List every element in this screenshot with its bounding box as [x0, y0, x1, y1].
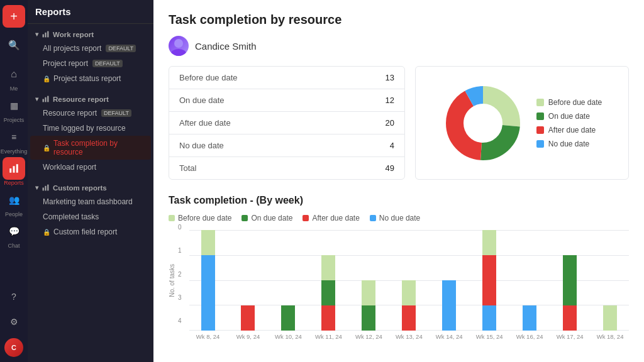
rail-projects[interactable]: ▦ Projects [3, 94, 25, 123]
rail-settings[interactable]: ⚙ [3, 310, 25, 333]
legend-before: Before due date [169, 214, 231, 222]
nav-workload-label: Workload report [43, 163, 96, 172]
section-work-report-title[interactable]: ▾ Work report [28, 28, 153, 41]
nav-custom-field-label: Custom field report [53, 228, 117, 236]
nav-resource-report-label: Resource report [43, 109, 97, 118]
rail-add[interactable]: + [3, 5, 25, 28]
y-tick-2: 2 [178, 271, 182, 278]
rail-everything[interactable]: ≡ Everything [1, 126, 28, 155]
legend-on-dot [242, 215, 248, 221]
section-custom-reports-title[interactable]: ▾ Custom reports [28, 181, 153, 194]
left-nav: Reports ▾ Work report All projects repor… [28, 0, 153, 362]
rail-people-label: People [5, 211, 23, 217]
rail-chat[interactable]: 💬 Chat [3, 220, 25, 249]
stats-after-due-value: 20 [386, 118, 394, 128]
bar-seg-on-9 [563, 255, 577, 305]
stats-no-due-label: No due date [179, 141, 224, 150]
legend-on: On due date [242, 214, 292, 222]
bar-seg-before-4 [362, 280, 375, 305]
bar-chart-section: Task completion - (By week) Before due d… [169, 195, 629, 340]
svg-rect-3 [43, 35, 44, 38]
user-avatar: C [4, 338, 23, 357]
nav-task-completion[interactable]: 🔒 Task completion by resource [30, 136, 151, 160]
bar-group-6 [430, 280, 468, 331]
nav-all-projects[interactable]: All projects report DEFAULT [30, 41, 151, 56]
x-label-4: Wk 12, 24 [350, 333, 387, 340]
bar-group-2 [269, 305, 307, 331]
legend-after-due: After due date [536, 126, 602, 134]
rail-help[interactable]: ? [3, 285, 25, 308]
rail-me[interactable]: ⌂ Me [3, 63, 25, 92]
legend-before-text: Before due date [178, 214, 231, 222]
bar-group-3 [309, 255, 347, 331]
nav-marketing[interactable]: Marketing team dashboard [30, 194, 151, 209]
nav-resource-badge: DEFAULT [101, 109, 131, 117]
rail-everything-label: Everything [1, 148, 28, 155]
stats-on-due-value: 12 [386, 96, 394, 105]
nav-title: Reports [28, 0, 153, 24]
nav-time-logged-label: Time logged by resource [43, 124, 126, 133]
section-resource-report: ▾ Resource report Resource report DEFAUL… [28, 89, 153, 177]
donut-chart-area: Before due date On due date After due da… [415, 66, 629, 180]
section-work-report: ▾ Work report All projects report DEFAUL… [28, 24, 153, 89]
section-resource-report-title[interactable]: ▾ Resource report [28, 92, 153, 106]
rail-avatar[interactable]: C [4, 338, 23, 357]
bar-stack-2 [281, 305, 295, 331]
bar-stack-3 [321, 255, 335, 331]
legend-after-text: After due date [312, 214, 359, 222]
y-axis: 4 3 2 1 0 [178, 224, 187, 324]
svg-rect-10 [45, 186, 46, 191]
stats-on-due-label: On due date [179, 96, 225, 105]
svg-rect-6 [43, 99, 44, 102]
rail-search[interactable]: 🔍 [3, 34, 25, 57]
x-label-0: Wk 8, 24 [189, 333, 227, 340]
bars-area [189, 230, 629, 331]
nav-all-projects-badge: DEFAULT [106, 45, 136, 52]
nav-workload[interactable]: Workload report [30, 160, 151, 175]
y-axis-label: No. of tasks [169, 264, 175, 297]
legend-nodue-text: No due date [379, 214, 420, 222]
nav-completed-tasks[interactable]: Completed tasks [30, 209, 151, 224]
stats-before-due-label: Before due date [179, 73, 238, 82]
x-label-9: Wk 17, 24 [551, 333, 589, 340]
legend-after-dot [303, 215, 309, 221]
stats-after-due-label: After due date [179, 118, 231, 128]
rail-me-label: Me [10, 85, 18, 92]
nav-resource-report[interactable]: Resource report DEFAULT [30, 106, 151, 121]
svg-rect-7 [45, 97, 46, 102]
rail-projects-label: Projects [4, 117, 25, 123]
y-axis-container: No. of tasks 4 3 2 1 0 [169, 230, 187, 340]
rail-reports[interactable]: Reports [3, 157, 25, 186]
legend-after-due-dot [536, 126, 544, 134]
legend-nodue-dot [370, 215, 376, 221]
bar-stack-4 [362, 280, 375, 331]
bar-seg-before-3 [321, 255, 335, 280]
nav-time-logged[interactable]: Time logged by resource [30, 121, 151, 136]
section-custom-reports: ▾ Custom reports Marketing team dashboar… [28, 177, 153, 242]
bar-group-10 [591, 305, 629, 331]
nav-project-report-badge: DEFAULT [92, 60, 123, 67]
nav-project-report[interactable]: Project report DEFAULT [30, 56, 151, 71]
bar-seg-on-3 [321, 280, 335, 305]
y-tick-0: 0 [178, 224, 182, 231]
rail-chat-label: Chat [8, 243, 19, 249]
svg-rect-0 [9, 168, 11, 173]
legend-on-due-dot [536, 112, 544, 120]
rail-people[interactable]: 👥 People [3, 189, 25, 217]
legend-no-due-dot [536, 140, 544, 148]
legend-nodue: No due date [370, 214, 420, 222]
bar-group-5 [390, 280, 428, 331]
svg-point-18 [464, 104, 502, 142]
svg-rect-9 [43, 188, 44, 191]
lock-icon: 🔒 [43, 75, 50, 82]
icon-rail: + 🔍 ⌂ Me ▦ Projects ≡ Everything Reports… [0, 0, 28, 362]
lock-icon-3: 🔒 [43, 229, 50, 236]
bar-seg-after-9 [563, 305, 577, 331]
legend-before-due-label: Before due date [548, 98, 602, 107]
nav-custom-field[interactable]: 🔒 Custom field report [30, 224, 151, 239]
bar-group-7 [470, 230, 508, 331]
x-label-6: Wk 14, 24 [430, 333, 468, 340]
svg-point-12 [174, 39, 183, 48]
stats-before-due: Before due date 13 [169, 67, 404, 89]
nav-project-status[interactable]: 🔒 Project status report [30, 71, 151, 86]
